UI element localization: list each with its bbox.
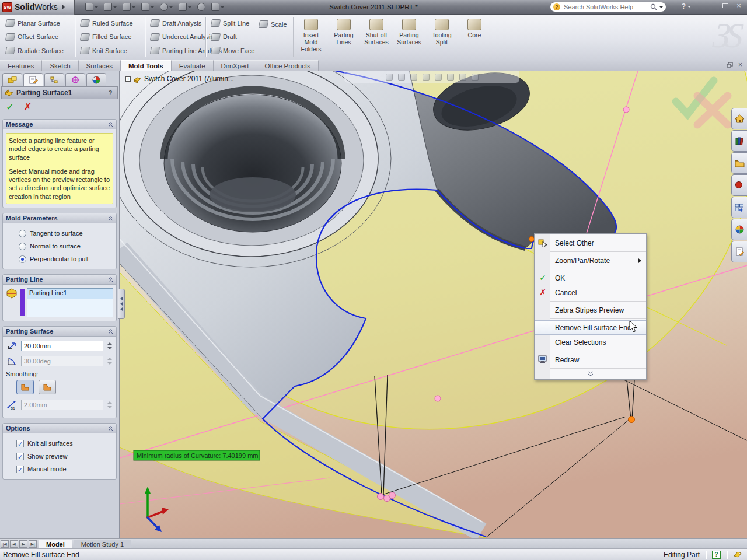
menu-clear-selections[interactable]: Clear Selections — [535, 335, 646, 349]
manual-mode-checkbox[interactable]: ✓Manual mode — [6, 463, 113, 475]
view-orientation-icon[interactable] — [435, 74, 442, 80]
menu-zoom-pan-rotate[interactable]: Zoom/Pan/Rotate — [535, 253, 646, 268]
custom-properties-tab[interactable] — [731, 241, 747, 262]
property-manager-tab[interactable] — [23, 73, 43, 86]
shut-off-surfaces-button[interactable]: Shut-off Surfaces — [362, 17, 391, 52]
help-menu[interactable]: ? — [682, 2, 691, 10]
configuration-manager-tab[interactable] — [44, 73, 64, 86]
radio-selected-icon[interactable] — [19, 256, 26, 263]
heads-up-toolbar[interactable] — [344, 71, 519, 83]
motion-study-tab[interactable]: Motion Study 1 — [74, 540, 131, 548]
radiate-surface-button[interactable]: Radiate Surface — [4, 44, 66, 57]
graphics-viewport[interactable]: Minimum radius of Curvature: 7.40199 mm — [120, 71, 747, 538]
save-button[interactable] — [123, 3, 135, 11]
knit-surface-button[interactable]: Knit Surface — [78, 44, 135, 57]
tab-scroll-last-button[interactable]: ▶| — [29, 540, 37, 548]
doc-restore-button[interactable] — [727, 62, 733, 68]
rotate-view-icon[interactable] — [423, 74, 430, 80]
options-button[interactable] — [211, 3, 224, 11]
menu-redraw[interactable]: Redraw — [535, 352, 646, 367]
tab-evaluate[interactable]: Evaluate — [172, 60, 214, 71]
pm-ok-button[interactable]: ✓ — [6, 101, 14, 113]
offset-surface-button[interactable]: Offset Surface — [4, 31, 66, 43]
tree-root-label[interactable]: Switch Cover 2011 (Alumin... — [144, 75, 234, 83]
undo-button[interactable] — [160, 3, 173, 11]
mold-parameters-header[interactable]: Mold Parameters — [3, 214, 116, 223]
radio-icon[interactable] — [19, 243, 26, 250]
tab-mold-tools[interactable]: Mold Tools — [121, 60, 172, 71]
parting-lines-button[interactable]: Parting Lines — [329, 17, 358, 52]
print-button[interactable] — [141, 3, 154, 11]
tooling-split-button[interactable]: Tooling Split — [427, 17, 456, 52]
doc-minimize-button[interactable]: – — [717, 61, 721, 69]
perpendicular-to-pull-radio[interactable]: Perpendicular to pull — [6, 253, 113, 265]
search-dropdown[interactable] — [659, 6, 663, 8]
menu-cancel[interactable]: ✗ Cancel — [535, 285, 646, 300]
parting-surface-header[interactable]: Parting Surface — [3, 327, 116, 337]
split-line-button[interactable]: Split Line — [209, 17, 257, 29]
tab-features[interactable]: Features — [0, 60, 42, 71]
message-header[interactable]: Message — [3, 120, 116, 130]
distance-input[interactable]: 20.00mm — [21, 341, 103, 351]
tab-scroll-first-button[interactable]: |◀ — [1, 540, 9, 548]
hide-show-icon[interactable] — [459, 74, 466, 80]
tab-sketch[interactable]: Sketch — [42, 60, 78, 71]
search-icon[interactable] — [650, 4, 657, 10]
feature-tree-root[interactable]: + Switch Cover 2011 (Alumin... — [125, 75, 234, 83]
checkbox-checked-icon[interactable]: ✓ — [16, 466, 24, 473]
collapse-chevron-icon[interactable] — [108, 216, 113, 221]
open-button[interactable] — [104, 3, 117, 11]
close-button[interactable]: × — [734, 2, 743, 9]
options-header[interactable]: Options — [3, 424, 116, 433]
collapse-chevron-icon[interactable] — [108, 329, 113, 334]
minimize-button[interactable]: – — [707, 2, 717, 9]
rebuild-button[interactable] — [197, 3, 205, 11]
ruled-surface-button[interactable]: Ruled Surface — [78, 17, 135, 29]
pm-help-button[interactable]: ? — [106, 89, 114, 96]
zoom-area-icon[interactable] — [398, 74, 405, 80]
distance-spinner[interactable] — [106, 341, 113, 351]
normal-to-surface-radio[interactable]: Normal to surface — [6, 240, 113, 253]
search-input[interactable] — [563, 3, 648, 11]
zoom-fit-icon[interactable] — [386, 74, 393, 80]
model-tab[interactable]: Model — [39, 540, 72, 548]
tab-scroll-next-button[interactable]: ▶ — [19, 540, 27, 548]
new-document-button[interactable] — [85, 3, 98, 11]
menu-expand-chevron[interactable] — [535, 370, 646, 377]
model-view[interactable]: Minimum radius of Curvature: 7.40199 mm — [120, 71, 747, 538]
sharp-smoothing-button[interactable] — [16, 380, 34, 394]
magnify-icon[interactable] — [410, 74, 417, 80]
scale-button[interactable]: Scale — [257, 18, 289, 30]
view-settings-icon[interactable] — [472, 74, 479, 80]
tag-icon[interactable] — [733, 551, 742, 559]
menu-expand-arrow[interactable] — [62, 5, 65, 9]
knit-all-surfaces-checkbox[interactable]: ✓Knit all surfaces — [6, 437, 113, 450]
parting-line-listbox[interactable]: Parting Line1 — [27, 288, 113, 317]
core-button[interactable]: Core — [460, 17, 489, 52]
drag-vertex-orange[interactable] — [629, 416, 635, 423]
tab-surfaces[interactable]: Surfaces — [79, 60, 121, 71]
tangent-to-surface-radio[interactable]: Tangent to surface — [6, 227, 113, 240]
filled-surface-button[interactable]: Filled Surface — [78, 31, 135, 43]
parting-line-header[interactable]: Parting Line — [3, 275, 116, 285]
collapse-chevron-icon[interactable] — [108, 122, 113, 127]
radio-icon[interactable] — [19, 230, 26, 237]
collapse-chevron-icon[interactable] — [108, 426, 113, 431]
insert-mold-folders-button[interactable]: Insert Mold Folders — [296, 17, 326, 52]
help-search[interactable]: ? — [550, 2, 666, 12]
menu-select-other[interactable]: Select Other — [535, 236, 646, 250]
dimxpert-manager-tab[interactable] — [65, 73, 85, 86]
doc-close-button[interactable]: × — [738, 61, 742, 69]
panel-splitter[interactable] — [118, 289, 125, 319]
restore-button[interactable] — [722, 3, 728, 8]
checkbox-checked-icon[interactable]: ✓ — [16, 440, 24, 447]
design-library-tab[interactable] — [731, 130, 747, 152]
pm-cancel-button[interactable]: ✗ — [23, 101, 32, 113]
tab-dimxpert[interactable]: DimXpert — [214, 60, 257, 71]
parting-line-item[interactable]: Parting Line1 — [27, 289, 113, 299]
feature-manager-tab[interactable] — [2, 73, 22, 86]
checkbox-checked-icon[interactable]: ✓ — [16, 453, 24, 460]
help-icon[interactable]: ? — [682, 2, 686, 10]
view-palette-tab[interactable] — [731, 197, 747, 218]
display-style-icon[interactable] — [447, 74, 454, 80]
